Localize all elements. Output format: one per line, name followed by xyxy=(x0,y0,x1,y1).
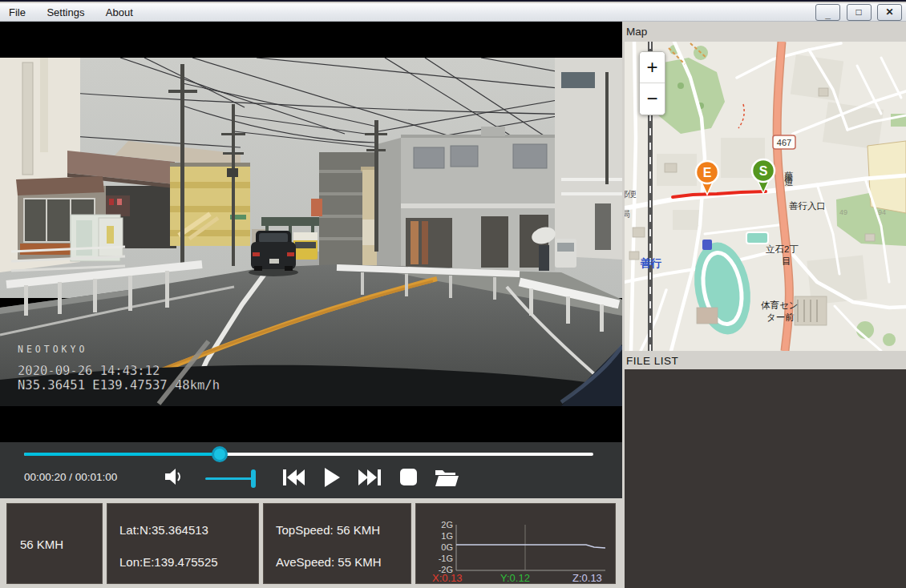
minimize-icon: _ xyxy=(825,7,831,22)
y-tick: 0G xyxy=(441,542,453,552)
y-tick: 1G xyxy=(441,531,453,541)
seek-bar-thumb[interactable] xyxy=(212,446,228,462)
next-button[interactable] xyxy=(358,468,382,487)
ave-speed-value: AveSpeed: 55 KMH xyxy=(276,555,381,569)
gsensor-z-label: Z:0.13 xyxy=(572,572,602,583)
gsensor-panel: 2G 1G 0G -1G -2G X:0.13 Y:0.12 Z:0.13 xyxy=(415,503,616,584)
elevation-label-1: 49 xyxy=(839,208,847,216)
y-tick: -1G xyxy=(439,554,453,563)
dashcam-video-frame: NEOTOKYO 2020-09-26 14:43:12 N35.36451 E… xyxy=(0,58,622,406)
map-zoom-control: + − xyxy=(639,51,665,115)
window-controls: _ □ ✕ xyxy=(813,4,902,21)
top-speed-value: TopSpeed: 56 KMH xyxy=(276,523,380,537)
center-gray-building xyxy=(377,127,555,271)
volume-icon[interactable] xyxy=(162,465,184,488)
yellow-bus xyxy=(293,232,318,260)
gsensor-y-label: Y:0.12 xyxy=(500,572,530,583)
bus-shelter xyxy=(71,215,123,261)
time-display: 00:00:20 / 00:01:00 xyxy=(24,471,117,483)
map-view[interactable]: E S 467 藤沢街道 善行入口 立石2丁 目 体育セン ター前 善行 xyxy=(625,42,906,351)
timestamp-overlay: 2020-09-26 14:43:12 xyxy=(18,364,160,378)
app-window: File Settings About _ □ ✕ xyxy=(0,0,906,588)
map-station-icon xyxy=(702,240,712,250)
map-tiles: E S 467 藤沢街道 善行入口 立石2丁 目 体育セン ター前 善行 xyxy=(625,42,906,351)
previous-button[interactable] xyxy=(282,468,306,487)
svg-text:467: 467 xyxy=(777,138,791,147)
elevation-label-2: 94 xyxy=(878,208,886,216)
busstop-label-2: ター前 xyxy=(766,312,795,322)
map-panel-title: Map xyxy=(626,26,647,38)
play-button[interactable] xyxy=(323,467,341,488)
brand-watermark: NEOTOKYO xyxy=(18,344,87,355)
video-player-area[interactable]: NEOTOKYO 2020-09-26 14:43:12 N35.36451 E… xyxy=(0,22,622,442)
volume-slider[interactable] xyxy=(205,477,255,480)
maximize-button[interactable]: □ xyxy=(847,4,872,21)
stop-button[interactable] xyxy=(400,469,417,485)
maximize-icon: □ xyxy=(855,6,861,18)
latitude-value: Lat:N:35.364513 xyxy=(119,523,208,537)
close-icon: ✕ xyxy=(885,6,893,18)
current-speed-panel: 56 KMH xyxy=(6,503,103,584)
district-label-1: 立石2丁 xyxy=(766,244,799,254)
file-list-title: FILE LIST xyxy=(626,355,678,367)
y-tick: 2G xyxy=(441,520,453,530)
route-shield-467: 467 xyxy=(773,135,795,149)
map-zoom-in-button[interactable]: + xyxy=(640,52,665,83)
svg-text:E: E xyxy=(703,166,712,179)
intersection-label: 善行入口 xyxy=(789,201,826,211)
station-label: 善行 xyxy=(640,257,661,269)
menu-about[interactable]: About xyxy=(97,3,142,22)
car-ahead xyxy=(249,231,298,276)
postoffice-label-2: 局 xyxy=(625,209,630,219)
seek-bar[interactable] xyxy=(24,453,593,456)
district-label-2: 目 xyxy=(782,256,791,266)
gsensor-line xyxy=(456,545,605,548)
playback-controls-bar: 00:00:20 / 00:01:00 xyxy=(0,442,622,498)
right-white-building xyxy=(555,58,622,260)
gsensor-x-label: X:0.13 xyxy=(432,572,463,583)
close-button[interactable]: ✕ xyxy=(877,4,902,21)
gps-overlay: N35.36451 E139.47537 48km/h xyxy=(18,378,220,393)
speed-stats-panel: TopSpeed: 56 KMH AveSpeed: 55 KMH xyxy=(263,503,411,584)
seek-bar-fill xyxy=(24,453,220,456)
volume-slider-thumb[interactable] xyxy=(251,469,256,488)
postoffice-label-1: 郵便 xyxy=(625,189,637,199)
file-list[interactable] xyxy=(625,369,906,588)
white-van xyxy=(555,239,576,268)
position-panel: Lat:N:35.364513 Lon:E:139.475525 xyxy=(107,503,259,584)
gsensor-chart: 2G 1G 0G -1G -2G X:0.13 Y:0.12 Z:0.13 xyxy=(416,504,615,583)
telemetry-strip: 56 KMH Lat:N:35.364513 Lon:E:139.475525 … xyxy=(0,498,622,588)
open-folder-button[interactable] xyxy=(434,467,459,488)
longitude-value: Lon:E:139.475525 xyxy=(119,555,218,569)
map-pool xyxy=(746,232,768,244)
menu-settings[interactable]: Settings xyxy=(38,3,93,22)
svg-text:S: S xyxy=(759,164,768,178)
busstop-label-1: 体育セン xyxy=(761,300,799,310)
minimize-button[interactable]: _ xyxy=(815,4,840,21)
current-speed-value: 56 KMH xyxy=(20,538,63,551)
map-zoom-out-button[interactable]: − xyxy=(640,83,665,115)
menu-file[interactable]: File xyxy=(0,3,34,22)
menu-bar: File Settings About _ □ ✕ xyxy=(0,3,906,22)
